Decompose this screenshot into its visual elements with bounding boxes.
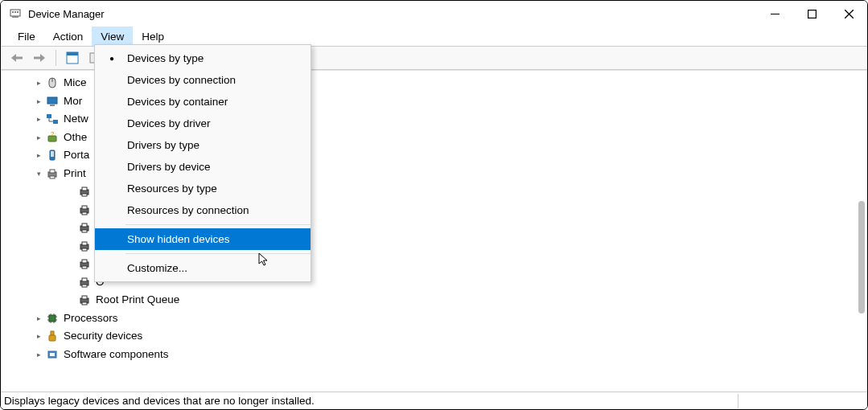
nav-back-button[interactable] [7,48,27,68]
menu-item[interactable]: Drivers by type [95,134,311,156]
expand-arrow-icon[interactable]: ▾ [33,168,44,179]
statusbar-divider [738,394,738,408]
expand-arrow-icon[interactable]: ▸ [33,349,44,360]
expand-arrow-icon[interactable] [65,186,76,197]
svg-rect-19 [53,120,58,124]
svg-rect-12 [67,52,78,55]
tree-item-label: Processors [64,310,118,328]
svg-rect-28 [82,187,87,191]
printer-item-icon [78,257,91,270]
titlebar: Device Manager [1,1,867,27]
bullet-icon: ● [109,54,114,63]
menu-help[interactable]: Help [133,27,173,46]
expand-arrow-icon[interactable] [65,240,76,252]
svg-point-4 [17,11,19,13]
svg-rect-48 [49,315,56,322]
menu-item[interactable]: Resources by connection [95,199,311,221]
expand-arrow-icon[interactable] [65,258,76,269]
close-button[interactable] [830,1,867,27]
svg-rect-6 [808,10,816,18]
svg-point-3 [14,11,16,13]
menu-item[interactable]: Show hidden devices [95,228,311,250]
svg-point-2 [12,11,14,13]
printer-item-icon [78,185,91,198]
menu-item-label: Devices by type [127,52,204,64]
statusbar: Displays legacy devices and devices that… [1,392,867,409]
svg-rect-25 [50,170,55,173]
menubar: File Action View Help [1,27,867,46]
menu-item-label: Drivers by device [127,161,211,173]
menu-item-label: Devices by container [127,96,228,108]
svg-rect-31 [82,206,87,209]
minimize-button[interactable] [756,1,793,27]
menu-item-label: Resources by connection [127,204,249,216]
menu-action[interactable]: Action [44,27,93,46]
menu-view[interactable]: View [92,27,133,46]
software-icon [46,348,59,361]
mouse-icon [46,76,59,89]
tree-item-label: Netw [64,110,88,129]
expand-arrow-icon[interactable]: ▸ [33,313,44,324]
nav-forward-button[interactable] [30,48,49,68]
printer-item-icon [78,221,91,234]
svg-rect-58 [49,335,56,341]
svg-rect-44 [82,285,87,287]
printer-item-icon [78,203,91,216]
expand-arrow-icon[interactable]: ▸ [33,96,44,107]
menu-file[interactable]: File [9,27,44,46]
printer-item-icon [78,276,91,289]
tree-row[interactable]: ▸Processors [15,310,867,328]
svg-rect-18 [47,114,51,118]
svg-rect-32 [82,212,87,215]
expand-arrow-icon[interactable]: ▸ [33,132,44,143]
menu-item[interactable]: ●Devices by type [95,47,311,69]
vertical-scrollbar[interactable] [858,201,865,314]
expand-arrow-icon[interactable]: ▸ [33,113,44,125]
tree-item-label: Mor [64,92,82,111]
svg-rect-41 [82,266,87,269]
printer-item-icon [78,240,91,252]
expand-arrow-icon[interactable] [65,222,76,233]
svg-rect-60 [50,353,55,356]
menu-item[interactable]: Customize... [95,257,311,279]
view-dropdown: ●Devices by typeDevices by connectionDev… [94,44,311,282]
status-text: Displays legacy devices and devices that… [4,395,315,407]
svg-rect-10 [34,57,41,59]
monitor-icon [46,95,59,108]
menu-item[interactable]: Devices by connection [95,69,311,91]
tree-row[interactable]: Root Print Queue [15,291,867,310]
svg-rect-9 [15,57,23,59]
svg-rect-47 [82,302,87,305]
tree-row[interactable]: ▸Software components [15,346,867,364]
menu-item-label: Customize... [127,262,187,274]
window-controls [756,1,867,27]
svg-rect-34 [82,223,87,227]
expand-arrow-icon[interactable]: ▸ [33,330,44,342]
menu-item[interactable]: Resources by type [95,178,311,199]
svg-rect-29 [82,194,87,196]
security-icon [46,330,59,342]
svg-rect-43 [82,278,87,281]
expand-arrow-icon[interactable] [65,204,76,215]
svg-rect-37 [82,242,87,245]
expand-arrow-icon[interactable]: ▸ [33,150,44,161]
menu-item[interactable]: Devices by driver [95,113,311,134]
menu-item[interactable]: Drivers by device [95,156,311,178]
printer-item-icon [78,293,91,306]
menu-item-label: Devices by driver [127,117,211,129]
expand-arrow-icon[interactable] [65,277,76,288]
printer-icon [46,167,59,180]
tree-item-label: Othe [64,129,87,147]
other-icon: ? [46,131,59,144]
svg-rect-40 [82,260,87,263]
menu-item-label: Resources by type [127,182,217,195]
tree-item-label: Root Print Queue [96,291,179,310]
properties-button[interactable] [63,48,82,68]
menu-item-label: Show hidden devices [127,233,230,245]
expand-arrow-icon[interactable] [65,294,76,305]
menu-item[interactable]: Devices by container [95,91,311,113]
tree-row[interactable]: ▸Security devices [15,327,867,346]
maximize-button[interactable] [793,1,830,27]
network-icon [46,113,59,125]
expand-arrow-icon[interactable]: ▸ [33,77,44,88]
